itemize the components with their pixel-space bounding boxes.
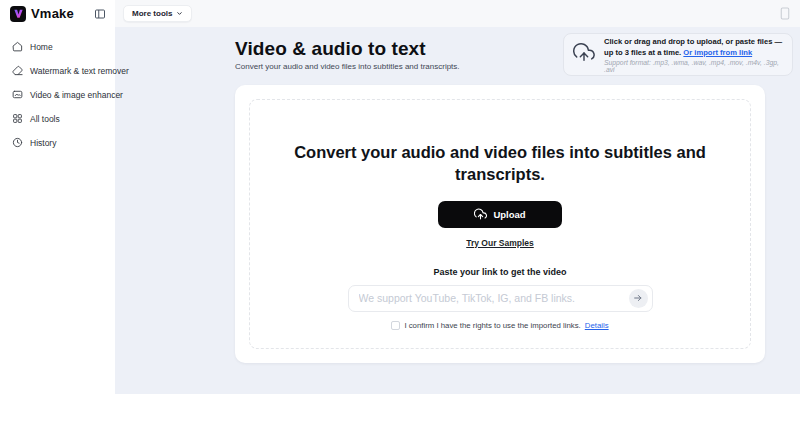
upload-hint-box[interactable]: Click or drag and drop to upload, or pas… xyxy=(563,33,793,76)
more-tools-button[interactable]: More tools xyxy=(123,5,192,22)
chevron-down-icon xyxy=(176,10,183,17)
support-format-text: Support format: .mp3, .wma, .wav, .mp4, … xyxy=(604,59,783,73)
rights-confirm-row: I confirm I have the rights to use the i… xyxy=(391,321,608,330)
submit-link-button[interactable] xyxy=(629,289,648,308)
card-headline: Convert your audio and video files into … xyxy=(290,141,710,186)
vmake-logo-icon xyxy=(10,6,26,22)
file-dropzone[interactable]: Convert your audio and video files into … xyxy=(249,99,751,349)
upload-hint-textblock: Click or drag and drop to upload, or pas… xyxy=(604,36,783,73)
sidebar-item-label: Video & image enhancer xyxy=(30,90,123,100)
sidebar: Vmake Home Watermark & text remove xyxy=(0,0,115,447)
sidebar-collapse-icon[interactable] xyxy=(93,7,107,21)
brand-logo[interactable]: Vmake xyxy=(10,6,74,22)
page-title: Video & audio to text xyxy=(235,38,426,60)
rights-confirm-checkbox[interactable] xyxy=(391,321,400,330)
sidebar-item-home[interactable]: Home xyxy=(0,35,115,59)
details-link[interactable]: Details xyxy=(585,321,609,330)
page-subtitle: Convert your audio and video files into … xyxy=(235,62,460,71)
eraser-icon xyxy=(12,65,23,78)
more-tools-label: More tools xyxy=(132,9,172,18)
sidebar-nav: Home Watermark & text remover Video & im… xyxy=(0,27,115,155)
home-icon xyxy=(12,41,23,54)
upload-button-label: Upload xyxy=(493,209,525,220)
history-icon xyxy=(12,137,23,150)
sidebar-item-video-image-enhancer[interactable]: Video & image enhancer xyxy=(0,83,115,107)
try-samples-link[interactable]: Try Our Samples xyxy=(466,238,534,248)
mobile-app-icon[interactable] xyxy=(780,7,790,20)
app-window: Vmake Home Watermark & text remove xyxy=(0,0,800,447)
sidebar-item-history[interactable]: History xyxy=(0,131,115,155)
enhancer-icon xyxy=(12,89,23,102)
rights-confirm-text: I confirm I have the rights to use the i… xyxy=(404,321,580,330)
upload-cloud-icon xyxy=(474,208,487,221)
sidebar-item-watermark-remover[interactable]: Watermark & text remover xyxy=(0,59,115,83)
link-input-wrap xyxy=(348,285,653,312)
converter-card: Convert your audio and video files into … xyxy=(235,85,765,363)
sidebar-item-label: Watermark & text remover xyxy=(30,66,129,76)
sidebar-item-label: Home xyxy=(30,42,53,52)
arrow-right-icon xyxy=(633,293,643,303)
upload-cloud-icon xyxy=(573,42,595,68)
topbar: More tools xyxy=(115,0,800,27)
paste-link-label: Paste your link to get the video xyxy=(433,267,566,277)
grid-icon xyxy=(12,113,23,126)
sidebar-item-all-tools[interactable]: All tools xyxy=(0,107,115,131)
main-content: Video & audio to text Convert your audio… xyxy=(115,27,800,394)
sidebar-item-label: History xyxy=(30,138,56,148)
sidebar-item-label: All tools xyxy=(30,114,60,124)
sidebar-header: Vmake xyxy=(0,0,115,27)
import-from-link[interactable]: Or import from link xyxy=(683,48,752,57)
upload-button[interactable]: Upload xyxy=(438,201,562,228)
video-link-input[interactable] xyxy=(348,285,653,312)
brand-name: Vmake xyxy=(31,6,74,21)
